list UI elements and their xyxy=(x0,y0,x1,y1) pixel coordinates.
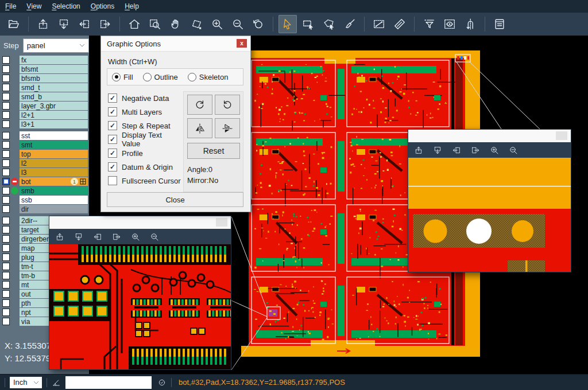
pan-down-button[interactable] xyxy=(74,232,83,241)
mirror-vertical-button[interactable] xyxy=(187,118,212,138)
checkbox-profile[interactable]: Profile xyxy=(108,146,181,160)
window-button[interactable] xyxy=(556,131,567,140)
layer-checkbox[interactable] xyxy=(2,281,10,288)
layer-checkbox[interactable] xyxy=(2,205,10,213)
window-button[interactable] xyxy=(216,218,227,227)
pan-up-button[interactable] xyxy=(414,146,423,155)
layer-checkbox[interactable] xyxy=(2,178,10,185)
layer-checkbox[interactable] xyxy=(2,169,10,176)
zoom-previous-button[interactable] xyxy=(249,15,268,33)
layer-row-l3[interactable]: l3 xyxy=(0,168,89,177)
brush-button[interactable] xyxy=(341,15,359,33)
layer-row-l2[interactable]: l2 xyxy=(0,159,89,167)
rotate-ccw-button[interactable] xyxy=(215,95,240,115)
layer-checkbox[interactable] xyxy=(2,75,10,82)
radio-outline[interactable]: Outline xyxy=(143,73,178,81)
layer-checkbox[interactable] xyxy=(2,299,10,307)
pan-up-button[interactable] xyxy=(55,232,64,241)
zoom-in-button[interactable] xyxy=(208,15,226,33)
checkbox-datum-origin[interactable]: Datum & Origin xyxy=(108,160,181,174)
checkbox-negative-data[interactable]: Negative Data xyxy=(108,91,181,105)
layer-checkbox[interactable] xyxy=(2,235,10,243)
layer-row-ssb[interactable]: ssb xyxy=(0,196,89,204)
layer-checkbox[interactable] xyxy=(2,290,10,298)
pan-hand-button[interactable] xyxy=(167,15,185,33)
layer-checkbox[interactable] xyxy=(2,93,10,100)
zoom-detail-view[interactable] xyxy=(49,244,231,369)
layer-row-bfsmb[interactable]: bfsmb xyxy=(0,74,89,83)
zoom-window-left-titlebar[interactable] xyxy=(49,216,231,229)
menu-options[interactable]: Options xyxy=(86,0,119,13)
zoom-window-right-titlebar[interactable] xyxy=(408,130,571,142)
zoom-detail-view[interactable] xyxy=(408,158,571,272)
layer-row-fx[interactable]: fx xyxy=(0,56,89,64)
unit-select[interactable]: Inch xyxy=(10,377,42,388)
menu-file[interactable]: File xyxy=(0,0,21,13)
radio-fill[interactable]: Fill xyxy=(112,73,133,81)
zoom-in-button[interactable] xyxy=(131,232,140,241)
inspect-view-button[interactable] xyxy=(440,15,459,33)
checkbox-display-text-value[interactable]: Display Text Value xyxy=(108,132,181,146)
reset-button[interactable]: Reset xyxy=(187,143,240,159)
layer-row-smb[interactable]: smb xyxy=(0,186,89,195)
layer-checkbox[interactable] xyxy=(2,141,10,149)
layer-checkbox[interactable] xyxy=(2,187,10,194)
layer-checkbox[interactable] xyxy=(2,84,10,91)
layer-row-smd_b[interactable]: smd_b xyxy=(0,92,89,101)
mirror-horizontal-button[interactable] xyxy=(215,118,240,138)
command-input[interactable] xyxy=(65,376,152,389)
layer-checkbox[interactable] xyxy=(2,263,10,270)
pan-up-button[interactable] xyxy=(34,15,52,33)
layer-checkbox[interactable] xyxy=(2,56,10,64)
layer-row-smd_t[interactable]: smd_t xyxy=(0,83,89,92)
pan-right-button[interactable] xyxy=(471,146,480,155)
layer-checkbox[interactable] xyxy=(2,132,10,139)
zoom-out-button[interactable] xyxy=(509,146,518,155)
checkbox-multi-layers[interactable]: Multi Layers xyxy=(108,105,181,119)
pan-left-button[interactable] xyxy=(93,232,102,241)
layer-checkbox[interactable] xyxy=(2,309,10,316)
zoom-out-button[interactable] xyxy=(150,232,159,241)
layer-row-l2+1[interactable]: l2+1 xyxy=(0,111,89,119)
select-cursor-button[interactable] xyxy=(278,15,297,33)
pan-down-button[interactable] xyxy=(55,15,73,33)
menu-selection[interactable]: Selection xyxy=(47,0,85,13)
layer-checkbox[interactable] xyxy=(2,226,10,233)
zoom-window-button[interactable] xyxy=(146,15,164,33)
layer-checkbox[interactable] xyxy=(2,318,10,325)
radio-skeleton[interactable]: Skeleton xyxy=(188,73,229,81)
zoom-in-button[interactable] xyxy=(490,146,499,155)
zoom-out-button[interactable] xyxy=(229,15,247,33)
pan-right-button[interactable] xyxy=(112,232,121,241)
pan-left-button[interactable] xyxy=(452,146,461,155)
menu-view[interactable]: View xyxy=(21,0,47,13)
pan-left-button[interactable] xyxy=(75,15,94,33)
open-file-button[interactable] xyxy=(5,15,23,33)
measure-distance-button[interactable] xyxy=(370,15,388,33)
snap-uturn-button[interactable] xyxy=(461,15,479,33)
layer-checkbox[interactable] xyxy=(2,244,10,252)
layer-checkbox[interactable] xyxy=(2,272,10,279)
report-form-button[interactable] xyxy=(490,15,509,33)
layer-row-bfsmt[interactable]: bfsmt xyxy=(0,65,89,73)
zoom-polygon-button[interactable] xyxy=(187,15,206,33)
home-button[interactable] xyxy=(125,15,144,33)
layer-row-dir[interactable]: dir xyxy=(0,205,89,213)
layer-row-smt[interactable]: smt xyxy=(0,141,89,149)
ruler-button[interactable] xyxy=(390,15,409,33)
layer-row-layer_3.gbr[interactable]: layer_3.gbr xyxy=(0,102,89,110)
layer-checkbox[interactable] xyxy=(2,217,10,224)
layer-checkbox[interactable] xyxy=(2,65,10,73)
polygon-select-button[interactable] xyxy=(320,15,338,33)
layer-checkbox[interactable] xyxy=(2,102,10,110)
rect-select-button[interactable] xyxy=(299,15,318,33)
layer-checkbox[interactable] xyxy=(2,120,10,128)
step-select[interactable]: panel xyxy=(23,38,89,53)
layer-checkbox[interactable] xyxy=(2,196,10,204)
layer-row-top[interactable]: top xyxy=(0,150,89,158)
pan-right-button[interactable] xyxy=(96,15,114,33)
layer-checkbox[interactable] xyxy=(2,159,10,167)
pan-down-button[interactable] xyxy=(433,146,442,155)
filter-button[interactable] xyxy=(420,15,438,33)
layer-row-bot[interactable]: bot1 xyxy=(0,177,89,186)
